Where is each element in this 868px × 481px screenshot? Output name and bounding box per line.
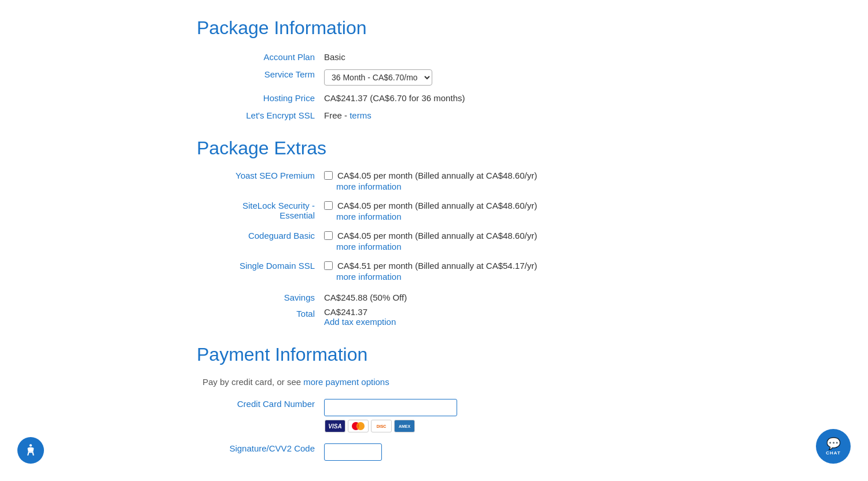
yoast-more-info-link[interactable]: more information: [336, 182, 402, 191]
ssl-terms-link[interactable]: terms: [350, 110, 372, 120]
credit-card-field-wrapper: VISA DISC AMEX: [324, 397, 457, 432]
service-term-row: Service Term 36 Month - CA$6.70/mo 24 Mo…: [197, 68, 671, 86]
account-plan-value: Basic: [324, 50, 345, 62]
card-icons: VISA DISC AMEX: [325, 420, 457, 432]
extras-row-yoast: Yoast SEO Premium CA$4.05 per month (Bil…: [197, 171, 671, 191]
sitelock-more-info-link[interactable]: more information: [336, 212, 402, 221]
single-ssl-label: Single Domain SSL: [240, 261, 315, 271]
ssl-value: Free - terms: [324, 109, 372, 120]
ssl-label: Let's Encrypt SSL: [197, 109, 324, 120]
credit-card-input[interactable]: [324, 399, 457, 416]
chat-label: CHAT: [826, 450, 841, 456]
accessibility-icon: [23, 443, 38, 458]
savings-label: Savings: [197, 291, 324, 302]
discover-icon: DISC: [371, 420, 392, 432]
visa-icon: VISA: [325, 420, 345, 432]
sitelock-label: SiteLock Security -Essential: [197, 201, 315, 220]
codeguard-price: CA$4.05 per month (Billed annually at CA…: [337, 231, 537, 240]
mastercard-icon: [348, 420, 369, 432]
cvv-input[interactable]: [324, 443, 382, 461]
package-information-section: Package Information Account Plan Basic S…: [197, 17, 671, 120]
accessibility-button[interactable]: [17, 437, 44, 464]
ssl-dash: -: [344, 110, 350, 120]
payment-subtitle: Pay by credit card, or see more payment …: [197, 377, 671, 387]
add-tax-exemption-link[interactable]: Add tax exemption: [324, 317, 396, 327]
account-plan-label: Account Plan: [197, 50, 324, 62]
codeguard-checkbox[interactable]: [324, 231, 333, 240]
cvv-label: Signature/CVV2 Code: [197, 442, 324, 453]
codeguard-label: Codeguard Basic: [248, 231, 315, 240]
total-value-block: CA$241.37 Add tax exemption: [324, 307, 396, 327]
ssl-free-text: Free: [324, 110, 342, 120]
service-term-select[interactable]: 36 Month - CA$6.70/mo 24 Month - CA$7.45…: [324, 69, 432, 86]
total-row: Total CA$241.37 Add tax exemption: [197, 307, 671, 327]
extras-row-sitelock: SiteLock Security -Essential CA$4.05 per…: [197, 201, 671, 221]
single-ssl-checkbox[interactable]: [324, 261, 333, 270]
service-term-value: 36 Month - CA$6.70/mo 24 Month - CA$7.45…: [324, 68, 432, 86]
savings-value: CA$245.88 (50% Off): [324, 291, 407, 302]
cvv-field-wrapper: [324, 442, 382, 461]
payment-subtitle-prefix: Pay by credit card, or see: [203, 377, 303, 387]
yoast-price: CA$4.05 per month (Billed annually at CA…: [337, 171, 537, 180]
payment-information-section: Payment Information Pay by credit card, …: [197, 344, 671, 461]
service-term-label: Service Term: [197, 68, 324, 79]
extras-row-codeguard: Codeguard Basic CA$4.05 per month (Bille…: [197, 231, 671, 251]
single-ssl-more-info-link[interactable]: more information: [336, 272, 402, 282]
page-wrapper: Package Information Account Plan Basic S…: [174, 0, 694, 481]
extras-row-ssl: Single Domain SSL CA$4.51 per month (Bil…: [197, 261, 671, 282]
package-extras-title: Package Extras: [197, 138, 671, 159]
package-information-title: Package Information: [197, 17, 671, 39]
total-amount: CA$241.37: [324, 307, 396, 317]
ssl-row: Let's Encrypt SSL Free - terms: [197, 109, 671, 120]
hosting-price-value: CA$241.37 (CA$6.70 for 36 months): [324, 91, 465, 103]
account-plan-row: Account Plan Basic: [197, 50, 671, 62]
sitelock-checkbox[interactable]: [324, 201, 333, 210]
codeguard-more-info-link[interactable]: more information: [336, 242, 402, 251]
credit-card-row: Credit Card Number VISA DISC AMEX: [197, 397, 671, 432]
hosting-price-row: Hosting Price CA$241.37 (CA$6.70 for 36 …: [197, 91, 671, 103]
yoast-checkbox[interactable]: [324, 171, 333, 180]
savings-row: Savings CA$245.88 (50% Off): [197, 291, 671, 302]
payment-information-title: Payment Information: [197, 344, 671, 365]
more-payment-options-link[interactable]: more payment options: [303, 377, 389, 387]
svg-point-2: [30, 444, 32, 446]
credit-card-label: Credit Card Number: [197, 397, 324, 409]
package-extras-section: Package Extras Yoast SEO Premium CA$4.05…: [197, 138, 671, 327]
hosting-price-label: Hosting Price: [197, 91, 324, 103]
sitelock-price: CA$4.05 per month (Billed annually at CA…: [337, 201, 537, 210]
single-ssl-price: CA$4.51 per month (Billed annually at CA…: [337, 261, 537, 271]
cvv-row: Signature/CVV2 Code: [197, 442, 671, 461]
amex-icon: AMEX: [394, 420, 415, 432]
yoast-label: Yoast SEO Premium: [236, 171, 315, 180]
chat-button[interactable]: 💬 CHAT: [816, 429, 851, 464]
chat-icon: 💬: [826, 438, 841, 449]
total-label: Total: [197, 307, 324, 319]
